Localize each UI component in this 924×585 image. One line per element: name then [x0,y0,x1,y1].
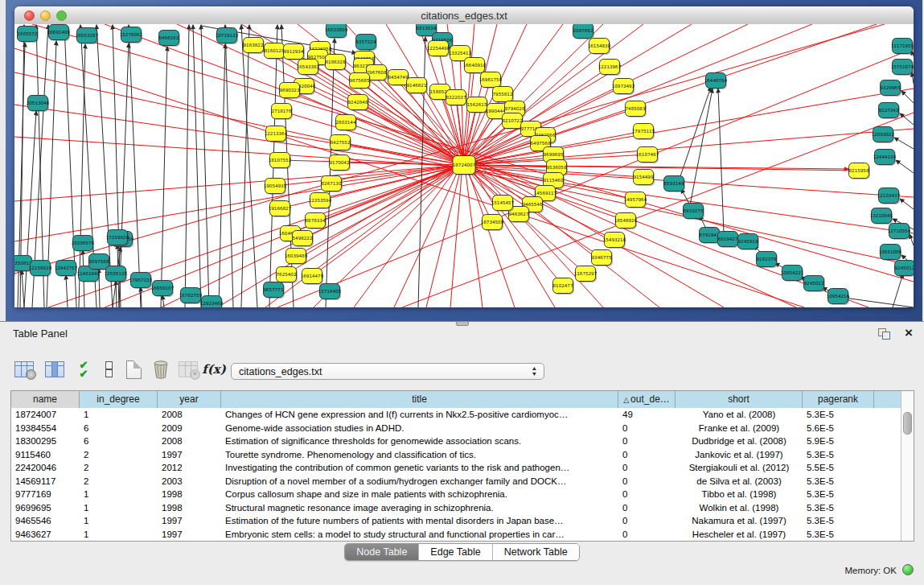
graph-node-selected[interactable]: 16543382 [297,60,319,76]
graph-edge[interactable] [113,25,121,307]
tab-network-table[interactable]: Network Table [493,544,579,560]
graph-node[interactable]: 16553287 [76,28,99,45]
graph-node[interactable]: 11171955 [891,39,914,56]
create-column-icon[interactable] [122,358,145,381]
graph-node-selected[interactable]: 16640910 [463,58,487,75]
table-mode-icon[interactable] [13,358,35,381]
float-panel-icon[interactable] [878,328,890,340]
graph-edge[interactable] [225,25,233,307]
graph-edge[interactable] [193,25,201,307]
graph-edge[interactable] [901,91,914,103]
graph-node-selected[interactable]: 11675297 [574,266,598,283]
graph-node-selected[interactable]: 10973493 [612,79,635,96]
column-header-out-degree[interactable]: △out_de… [618,391,676,408]
network-window-titlebar[interactable]: citations_edges.txt [14,6,914,25]
graph-node[interactable]: 16958107 [151,281,175,298]
graph-edge-selected[interactable] [290,90,464,165]
graph-edge[interactable] [24,111,36,307]
graph-node-selected[interactable]: 9346775 [592,250,614,267]
show-columns-icon[interactable] [43,358,66,381]
graph-node-selected[interactable]: 9890323 [280,83,302,100]
close-panel-icon[interactable]: × [905,326,913,340]
table-row[interactable]: 1938455462009Genome-wide association stu… [11,422,901,435]
memory-status-indicator[interactable] [902,564,914,575]
graph-node[interactable]: 15716485 [318,284,342,301]
graph-edge[interactable] [185,25,189,307]
table-row[interactable]: 1872400712008Changes of HCN gene express… [11,408,901,422]
graph-edge[interactable] [219,44,225,307]
graph-node-selected[interactable]: 9170042 [330,155,351,172]
graph-node[interactable]: 15276061 [120,27,143,44]
graph-node-selected[interactable]: 5498222 [293,231,314,248]
graph-node-selected[interactable]: 16107487 [636,147,659,164]
column-header-pagerank[interactable]: pagerank [803,391,874,408]
graph-node-selected[interactable]: 18548926 [614,213,638,230]
graph-node[interactable]: 8593148 [664,176,686,193]
graph-node[interactable]: 12093822 [872,127,894,144]
graph-node-selected[interactable]: 2718176 [272,104,294,121]
graph-node-selected[interactable]: 8322037 [446,90,468,107]
graph-node[interactable]: 9227343 [879,103,901,120]
row-height-icon[interactable] [97,358,120,381]
graph-node[interactable]: 9245022 [804,276,826,293]
graph-node[interactable]: 12505135 [105,266,128,283]
graph-edge[interactable] [201,25,209,307]
column-header-name[interactable]: name [11,391,80,408]
graph-node-selected[interactable]: 9242848 [348,95,370,112]
column-header-short[interactable]: short [676,391,803,408]
graph-node-selected[interactable]: 17975115 [632,124,655,141]
graph-edge[interactable] [161,47,167,307]
graph-node[interactable]: 10719133 [216,28,239,45]
graph-node[interactable]: 12710554 [888,224,911,241]
graph-node-selected[interactable]: 12213364 [265,126,288,143]
graph-node[interactable]: 17359928 [106,230,129,247]
graph-edge[interactable] [162,295,164,307]
graph-node-selected[interactable]: 19166827 [269,201,292,218]
graph-node-selected[interactable]: 8215958 [849,163,871,180]
graph-node-selected[interactable]: 12254490 [427,41,450,58]
graph-node[interactable]: 6466161 [159,31,181,47]
column-header-year[interactable]: year [158,391,221,408]
graph-node[interactable]: 16448794 [704,73,728,90]
table-row[interactable]: 911546021997Tourette syndrome. Phenomeno… [11,448,901,462]
select-rows-icon[interactable]: ✔✔ [72,358,95,381]
graph-node-selected[interactable]: 9875685 [350,73,372,90]
graph-node-selected[interactable]: 18724007 [453,156,477,176]
graph-node[interactable]: 9357224 [356,35,378,51]
graph-node-selected[interactable]: 9154499 [634,170,655,187]
graph-node[interactable]: 12942757 [55,261,78,278]
graph-node-selected[interactable]: 14957964 [624,192,647,209]
graph-node[interactable]: 17957233 [129,273,153,290]
graph-node-selected[interactable]: 18734509 [481,215,504,232]
graph-node[interactable]: 9329965 [881,80,902,97]
graph-node[interactable]: 12156829 [29,261,52,278]
graph-node-selected[interactable]: 2803144 [336,115,358,132]
delete-columns-icon[interactable] [150,358,172,381]
tab-node-table[interactable]: Node Table [345,544,419,560]
scrollbar-thumb[interactable] [903,412,912,435]
graph-node[interactable]: 9245919 [738,234,760,251]
graph-node[interactable]: 9657771 [264,282,285,299]
graph-node-selected[interactable]: 16914479 [301,269,324,286]
graph-node[interactable]: 6919427 [718,232,740,249]
graph-node-selected[interactable]: 8160128 [265,43,286,60]
graph-node[interactable]: 12444134 [873,150,897,167]
graph-node[interactable]: 20513046 [27,96,50,113]
table-vertical-scrollbar[interactable] [901,391,914,541]
graph-node[interactable]: 10954216 [827,289,850,306]
table-selector-dropdown[interactable]: citations_edges.txt ▲▼ [231,363,544,380]
table-row[interactable]: 1456911722003Disruption of a novel membe… [11,475,901,488]
graph-node[interactable]: 9162378 [757,252,778,269]
graph-node-selected[interactable]: 7625402 [277,267,298,284]
graph-node-selected[interactable]: 12213967 [598,60,622,76]
graph-node-selected[interactable]: 12353594 [309,193,332,210]
function-builder-icon[interactable]: f(x) [203,358,225,381]
graph-node[interactable]: 9245012 [895,261,914,278]
graph-node-selected[interactable]: 9163822 [244,38,265,55]
column-header-title[interactable]: title [221,391,618,408]
graph-edge[interactable] [900,199,914,209]
graph-node[interactable]: 20206576 [72,236,95,253]
graph-node-selected[interactable]: 18107552 [269,153,291,170]
graph-edge[interactable] [896,160,914,173]
graph-node[interactable]: 1605572 [18,27,39,43]
